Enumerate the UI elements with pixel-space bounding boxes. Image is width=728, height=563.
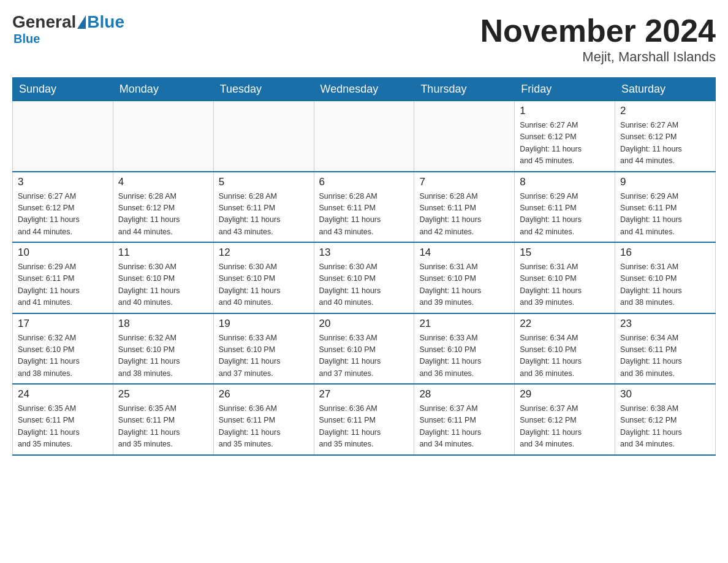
day-info: Sunrise: 6:36 AMSunset: 6:11 PMDaylight:…: [219, 403, 309, 451]
day-info: Sunrise: 6:36 AMSunset: 6:11 PMDaylight:…: [319, 403, 409, 451]
calendar-cell: 28Sunrise: 6:37 AMSunset: 6:11 PMDayligh…: [414, 384, 515, 455]
day-info: Sunrise: 6:29 AMSunset: 6:11 PMDaylight:…: [18, 261, 108, 309]
day-info: Sunrise: 6:31 AMSunset: 6:10 PMDaylight:…: [419, 261, 509, 309]
day-number: 28: [419, 388, 509, 400]
calendar-cell: [414, 101, 515, 172]
day-info: Sunrise: 6:37 AMSunset: 6:11 PMDaylight:…: [419, 403, 509, 451]
logo-triangle-icon: [77, 15, 86, 29]
day-number: 13: [319, 247, 409, 259]
day-info: Sunrise: 6:32 AMSunset: 6:10 PMDaylight:…: [118, 332, 208, 380]
calendar-table: SundayMondayTuesdayWednesdayThursdayFrid…: [12, 77, 716, 456]
weekday-header-thursday: Thursday: [414, 78, 515, 101]
weekday-header-tuesday: Tuesday: [213, 78, 314, 101]
day-info: Sunrise: 6:30 AMSunset: 6:10 PMDaylight:…: [118, 261, 208, 309]
weekday-header-friday: Friday: [515, 78, 615, 101]
day-number: 6: [319, 176, 409, 188]
day-number: 21: [419, 318, 509, 330]
weekday-header-wednesday: Wednesday: [314, 78, 414, 101]
calendar-cell: 27Sunrise: 6:36 AMSunset: 6:11 PMDayligh…: [314, 384, 414, 455]
calendar-week-3: 10Sunrise: 6:29 AMSunset: 6:11 PMDayligh…: [13, 242, 716, 313]
day-number: 5: [219, 176, 309, 188]
calendar-cell: 3Sunrise: 6:27 AMSunset: 6:12 PMDaylight…: [13, 172, 113, 243]
calendar-cell: 19Sunrise: 6:33 AMSunset: 6:10 PMDayligh…: [213, 313, 314, 385]
calendar-cell: 14Sunrise: 6:31 AMSunset: 6:10 PMDayligh…: [414, 242, 515, 313]
day-number: 12: [219, 247, 309, 259]
day-number: 4: [118, 176, 208, 188]
calendar-cell: 12Sunrise: 6:30 AMSunset: 6:10 PMDayligh…: [213, 242, 314, 313]
day-info: Sunrise: 6:28 AMSunset: 6:11 PMDaylight:…: [319, 191, 409, 239]
day-number: 1: [520, 105, 610, 117]
day-info: Sunrise: 6:34 AMSunset: 6:10 PMDaylight:…: [520, 332, 610, 380]
calendar-cell: 25Sunrise: 6:35 AMSunset: 6:11 PMDayligh…: [113, 384, 213, 455]
day-info: Sunrise: 6:31 AMSunset: 6:10 PMDaylight:…: [520, 261, 610, 309]
day-info: Sunrise: 6:30 AMSunset: 6:10 PMDaylight:…: [219, 261, 309, 309]
calendar-cell: [213, 101, 314, 172]
day-info: Sunrise: 6:35 AMSunset: 6:11 PMDaylight:…: [18, 403, 108, 451]
day-info: Sunrise: 6:28 AMSunset: 6:11 PMDaylight:…: [419, 191, 509, 239]
calendar-header-row: SundayMondayTuesdayWednesdayThursdayFrid…: [13, 78, 716, 101]
day-number: 9: [620, 176, 710, 188]
day-number: 27: [319, 388, 409, 400]
weekday-header-sunday: Sunday: [13, 78, 113, 101]
day-info: Sunrise: 6:34 AMSunset: 6:11 PMDaylight:…: [620, 332, 710, 380]
logo-general: General: [12, 12, 76, 32]
day-number: 10: [18, 247, 108, 259]
calendar-week-5: 24Sunrise: 6:35 AMSunset: 6:11 PMDayligh…: [13, 384, 716, 455]
day-number: 2: [620, 105, 710, 117]
day-info: Sunrise: 6:33 AMSunset: 6:10 PMDaylight:…: [419, 332, 509, 380]
calendar-cell: 21Sunrise: 6:33 AMSunset: 6:10 PMDayligh…: [414, 313, 515, 385]
calendar-cell: 13Sunrise: 6:30 AMSunset: 6:10 PMDayligh…: [314, 242, 414, 313]
day-info: Sunrise: 6:38 AMSunset: 6:12 PMDaylight:…: [620, 403, 710, 451]
calendar-cell: 2Sunrise: 6:27 AMSunset: 6:12 PMDaylight…: [615, 101, 716, 172]
day-info: Sunrise: 6:30 AMSunset: 6:10 PMDaylight:…: [319, 261, 409, 309]
day-info: Sunrise: 6:33 AMSunset: 6:10 PMDaylight:…: [319, 332, 409, 380]
day-number: 26: [219, 388, 309, 400]
calendar-cell: 20Sunrise: 6:33 AMSunset: 6:10 PMDayligh…: [314, 313, 414, 385]
day-info: Sunrise: 6:32 AMSunset: 6:10 PMDaylight:…: [18, 332, 108, 380]
logo-blue: Blue: [87, 12, 124, 32]
logo: General Blue Blue: [12, 12, 124, 46]
day-info: Sunrise: 6:27 AMSunset: 6:12 PMDaylight:…: [520, 120, 610, 167]
day-number: 20: [319, 318, 409, 330]
day-info: Sunrise: 6:28 AMSunset: 6:11 PMDaylight:…: [219, 191, 309, 239]
calendar-cell: 5Sunrise: 6:28 AMSunset: 6:11 PMDaylight…: [213, 172, 314, 243]
calendar-cell: 30Sunrise: 6:38 AMSunset: 6:12 PMDayligh…: [615, 384, 716, 455]
day-number: 30: [620, 388, 710, 400]
day-info: Sunrise: 6:27 AMSunset: 6:12 PMDaylight:…: [18, 191, 108, 239]
day-number: 18: [118, 318, 208, 330]
calendar-cell: 11Sunrise: 6:30 AMSunset: 6:10 PMDayligh…: [113, 242, 213, 313]
calendar-cell: 1Sunrise: 6:27 AMSunset: 6:12 PMDaylight…: [515, 101, 615, 172]
day-number: 15: [520, 247, 610, 259]
weekday-header-monday: Monday: [113, 78, 213, 101]
day-number: 8: [520, 176, 610, 188]
day-info: Sunrise: 6:27 AMSunset: 6:12 PMDaylight:…: [620, 120, 710, 167]
day-number: 11: [118, 247, 208, 259]
calendar-cell: [13, 101, 113, 172]
day-number: 16: [620, 247, 710, 259]
day-info: Sunrise: 6:29 AMSunset: 6:11 PMDaylight:…: [520, 191, 610, 239]
day-info: Sunrise: 6:37 AMSunset: 6:12 PMDaylight:…: [520, 403, 610, 451]
day-number: 14: [419, 247, 509, 259]
calendar-cell: 10Sunrise: 6:29 AMSunset: 6:11 PMDayligh…: [13, 242, 113, 313]
calendar-cell: 26Sunrise: 6:36 AMSunset: 6:11 PMDayligh…: [213, 384, 314, 455]
calendar-cell: [314, 101, 414, 172]
calendar-cell: 7Sunrise: 6:28 AMSunset: 6:11 PMDaylight…: [414, 172, 515, 243]
calendar-cell: 24Sunrise: 6:35 AMSunset: 6:11 PMDayligh…: [13, 384, 113, 455]
calendar-cell: 22Sunrise: 6:34 AMSunset: 6:10 PMDayligh…: [515, 313, 615, 385]
day-number: 7: [419, 176, 509, 188]
day-info: Sunrise: 6:29 AMSunset: 6:11 PMDaylight:…: [620, 191, 710, 239]
calendar-cell: 18Sunrise: 6:32 AMSunset: 6:10 PMDayligh…: [113, 313, 213, 385]
day-number: 24: [18, 388, 108, 400]
day-info: Sunrise: 6:35 AMSunset: 6:11 PMDaylight:…: [118, 403, 208, 451]
calendar-cell: 9Sunrise: 6:29 AMSunset: 6:11 PMDaylight…: [615, 172, 716, 243]
day-number: 19: [219, 318, 309, 330]
day-number: 17: [18, 318, 108, 330]
title-section: November 2024 Mejit, Marshall Islands: [480, 12, 716, 65]
day-number: 23: [620, 318, 710, 330]
day-number: 29: [520, 388, 610, 400]
month-title: November 2024: [480, 12, 716, 49]
location: Mejit, Marshall Islands: [480, 49, 716, 65]
page-header: General Blue Blue November 2024 Mejit, M…: [12, 12, 716, 65]
calendar-cell: 8Sunrise: 6:29 AMSunset: 6:11 PMDaylight…: [515, 172, 615, 243]
calendar-cell: 6Sunrise: 6:28 AMSunset: 6:11 PMDaylight…: [314, 172, 414, 243]
